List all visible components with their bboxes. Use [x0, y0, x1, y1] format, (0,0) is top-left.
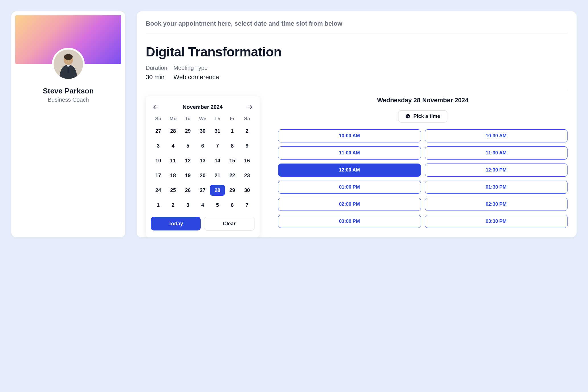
meeting-type-value: Web conference	[174, 74, 219, 81]
arrow-right-icon	[246, 104, 253, 110]
calendar-day[interactable]: 13	[195, 155, 210, 166]
calendar-day[interactable]: 6	[195, 140, 210, 151]
calendar-day[interactable]: 29	[180, 126, 195, 136]
calendar-day[interactable]: 5	[180, 140, 195, 151]
avatar-icon	[54, 50, 83, 79]
clock-icon	[405, 114, 410, 119]
booking-row: November 2024 SuMoTuWeThFrSa272829303112…	[146, 96, 568, 237]
time-slot[interactable]: 12:00 AM	[278, 164, 421, 177]
calendar-day[interactable]: 22	[225, 170, 240, 181]
duration-block: Duration 30 min	[146, 65, 167, 81]
calendar-day[interactable]: 12	[180, 155, 195, 166]
selected-date-label: Wednesday 28 November 2024	[377, 96, 468, 105]
time-slot[interactable]: 01:30 PM	[425, 181, 568, 194]
calendar-dow: Th	[210, 116, 225, 122]
time-slot[interactable]: 03:00 PM	[278, 215, 421, 228]
calendar-day[interactable]: 30	[195, 126, 210, 136]
avatar	[52, 48, 85, 81]
instruction-text: Book your appointment here, select date …	[146, 20, 568, 33]
calendar-dow: Sa	[240, 116, 254, 122]
calendar-grid: SuMoTuWeThFrSa27282930311234567891011121…	[151, 116, 254, 211]
time-slot[interactable]: 02:00 PM	[278, 198, 421, 211]
calendar-day[interactable]: 10	[151, 155, 166, 166]
time-slot[interactable]: 11:00 AM	[278, 146, 421, 160]
duration-value: 30 min	[146, 74, 167, 81]
time-slot[interactable]: 02:30 PM	[425, 198, 568, 211]
calendar-day[interactable]: 28	[166, 126, 180, 136]
duration-label: Duration	[146, 65, 167, 71]
calendar-day[interactable]: 8	[225, 140, 240, 151]
calendar-day[interactable]: 4	[166, 140, 180, 151]
calendar-day[interactable]: 9	[240, 140, 254, 151]
calendar-day[interactable]: 11	[166, 155, 180, 166]
time-slot[interactable]: 12:30 PM	[425, 164, 568, 177]
calendar-dow: Tu	[180, 116, 195, 122]
calendar-day[interactable]: 19	[180, 170, 195, 181]
calendar-day[interactable]: 27	[195, 185, 210, 196]
calendar-day[interactable]: 24	[151, 185, 166, 196]
calendar: November 2024 SuMoTuWeThFrSa272829303112…	[146, 96, 260, 237]
calendar-dow: Mo	[166, 116, 180, 122]
calendar-day[interactable]: 29	[225, 185, 240, 196]
calendar-day[interactable]: 5	[210, 200, 225, 211]
time-slot[interactable]: 01:00 PM	[278, 181, 421, 194]
calendar-dow: Fr	[225, 116, 240, 122]
time-slot[interactable]: 10:00 AM	[278, 129, 421, 142]
calendar-day[interactable]: 27	[151, 126, 166, 136]
calendar-day[interactable]: 23	[240, 170, 254, 181]
calendar-month-label: November 2024	[183, 104, 223, 110]
calendar-day[interactable]: 2	[166, 200, 180, 211]
calendar-actions: Today Clear	[151, 217, 254, 230]
calendar-day[interactable]: 17	[151, 170, 166, 181]
calendar-day[interactable]: 21	[210, 170, 225, 181]
calendar-day[interactable]: 2	[240, 126, 254, 136]
next-month-button[interactable]	[246, 103, 253, 111]
calendar-day[interactable]: 25	[166, 185, 180, 196]
calendar-day[interactable]: 14	[210, 155, 225, 166]
time-slot[interactable]: 10:30 AM	[425, 129, 568, 142]
today-button[interactable]: Today	[151, 217, 201, 230]
time-slot[interactable]: 03:30 PM	[425, 215, 568, 228]
calendar-dow: Su	[151, 116, 166, 122]
clear-button[interactable]: Clear	[204, 217, 254, 230]
meeting-type-block: Meeting Type Web conference	[174, 65, 219, 81]
calendar-day[interactable]: 1	[151, 200, 166, 211]
time-slot-column: Wednesday 28 November 2024 Pick a time 1…	[269, 96, 568, 237]
calendar-day[interactable]: 6	[225, 200, 240, 211]
calendar-day[interactable]: 26	[180, 185, 195, 196]
calendar-day[interactable]: 7	[210, 140, 225, 151]
calendar-day[interactable]: 1	[225, 126, 240, 136]
prev-month-button[interactable]	[152, 103, 159, 111]
calendar-day[interactable]: 4	[195, 200, 210, 211]
calendar-day[interactable]: 20	[195, 170, 210, 181]
meeting-type-label: Meeting Type	[174, 65, 219, 71]
calendar-day[interactable]: 7	[240, 200, 254, 211]
calendar-day[interactable]: 15	[225, 155, 240, 166]
profile-role: Business Coach	[11, 97, 125, 103]
calendar-day[interactable]: 3	[180, 200, 195, 211]
calendar-day[interactable]: 16	[240, 155, 254, 166]
calendar-day[interactable]: 31	[210, 126, 225, 136]
booking-card: Book your appointment here, select date …	[137, 11, 577, 237]
calendar-day[interactable]: 18	[166, 170, 180, 181]
calendar-day[interactable]: 28	[210, 185, 225, 196]
calendar-header: November 2024	[151, 101, 254, 116]
time-slot[interactable]: 11:30 AM	[425, 146, 568, 160]
pick-time-label: Pick a time	[413, 113, 440, 119]
svg-rect-2	[67, 67, 69, 73]
service-title: Digital Transformation	[146, 44, 568, 60]
pick-time-button[interactable]: Pick a time	[398, 110, 447, 122]
calendar-dow: We	[195, 116, 210, 122]
calendar-day[interactable]: 30	[240, 185, 254, 196]
time-slot-grid: 10:00 AM10:30 AM11:00 AM11:30 AM12:00 AM…	[278, 129, 568, 228]
service-meta: Duration 30 min Meeting Type Web confere…	[146, 65, 568, 89]
profile-card: Steve Parkson Business Coach	[11, 11, 125, 237]
arrow-left-icon	[153, 104, 159, 110]
profile-name: Steve Parkson	[11, 87, 125, 95]
calendar-day[interactable]: 3	[151, 140, 166, 151]
